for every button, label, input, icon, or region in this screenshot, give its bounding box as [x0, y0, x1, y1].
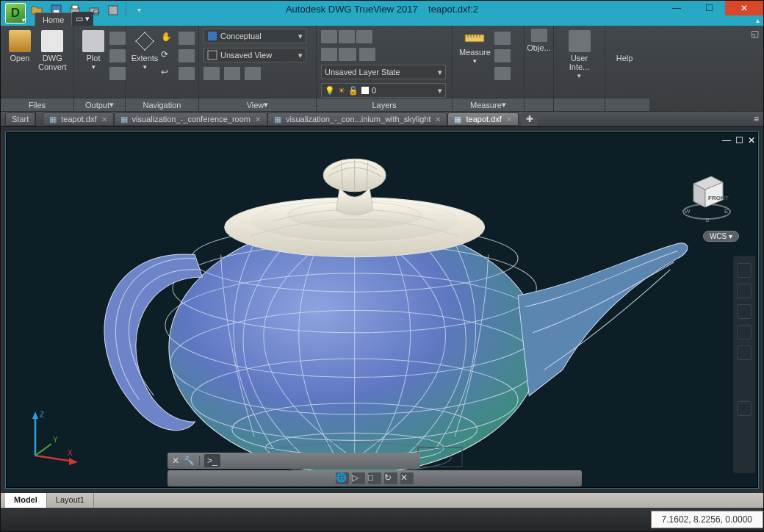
batch-plot-icon[interactable]: [109, 32, 126, 45]
navigation-panel-title: Navigation: [126, 98, 198, 111]
view-panel-title: View ▾: [199, 98, 316, 111]
minimize-button[interactable]: —: [660, 1, 693, 15]
svg-text:W: W: [685, 208, 691, 215]
current-layer-dropdown[interactable]: 💡☀🔓 0▾: [321, 83, 446, 98]
svg-rect-6: [109, 6, 118, 15]
svg-rect-3: [72, 5, 78, 9]
steering-wheel-icon[interactable]: [179, 67, 195, 80]
ribbon-minimize-icon[interactable]: ▴: [756, 16, 760, 24]
status-bar: 7.1602, 8.2256, 0.0000: [1, 508, 763, 531]
clear-icon[interactable]: ✕: [172, 456, 179, 466]
visual-style-dropdown[interactable]: Conceptual▾: [203, 29, 306, 43]
start-tab[interactable]: Start: [5, 112, 35, 126]
play-icon[interactable]: ▷: [352, 472, 365, 484]
doc-tab-active[interactable]: ▦teapot.dxf✕: [447, 112, 518, 126]
layer-isolate-icon[interactable]: [356, 30, 372, 43]
files-panel-title: Files: [1, 98, 73, 111]
doc-tab-2[interactable]: ▦visualization_-_conference_room✕: [114, 112, 267, 126]
qat-dropdown-icon[interactable]: ▾: [131, 2, 147, 17]
svg-marker-28: [69, 458, 78, 465]
navigation-bar: [733, 256, 755, 473]
document-tabs: Start ▦teapot.dxf✕ ▦visualization_-_conf…: [1, 111, 763, 127]
plot-button[interactable]: Plot▾: [79, 29, 108, 98]
orbit-tool-icon[interactable]: [737, 325, 752, 339]
viewport-minimize-icon[interactable]: —: [722, 135, 731, 145]
distance-icon[interactable]: [494, 32, 511, 45]
window-title: Autodesk DWG TrueView 2017 teapot.dxf:2: [286, 4, 478, 15]
showmotion-icon[interactable]: [737, 345, 752, 360]
plotter-manager-icon[interactable]: [109, 67, 126, 80]
extra-tab[interactable]: ▭ ▾: [72, 12, 93, 26]
layers-b-icon[interactable]: [340, 48, 356, 61]
layer-properties-icon[interactable]: [321, 30, 337, 43]
steering-wheel-icon[interactable]: [737, 263, 752, 278]
object-manager-icon[interactable]: [531, 29, 547, 42]
publish-icon[interactable]: [105, 2, 121, 17]
close-icon-2[interactable]: ✕: [400, 472, 414, 484]
viewport[interactable]: — ☐ ✕: [5, 132, 759, 489]
title-bar: D▾ ▾ Autodesk DWG TrueView 2017 teapot.d…: [1, 1, 763, 26]
viewport-close-icon[interactable]: ✕: [748, 135, 755, 145]
square-icon[interactable]: □: [368, 472, 381, 484]
extents-button[interactable]: Extents▾: [130, 29, 159, 98]
doc-tab-1[interactable]: ▦teapot.dxf✕: [43, 112, 113, 126]
wcs-badge[interactable]: WCS ▾: [703, 231, 739, 242]
viewport-area: — ☐ ✕: [1, 127, 763, 493]
zoom-window-icon[interactable]: [179, 32, 195, 45]
pan-icon[interactable]: ✋: [161, 32, 177, 45]
home-tab[interactable]: Home: [35, 12, 72, 26]
svg-rect-23: [418, 447, 462, 467]
svg-text:Y: Y: [53, 436, 58, 444]
layer-state-dropdown[interactable]: Unsaved Layer State▾: [321, 65, 446, 79]
svg-marker-25: [32, 411, 38, 419]
svg-text:S: S: [705, 217, 709, 223]
viewport-config-icon[interactable]: [224, 67, 240, 80]
view-manager-icon[interactable]: [203, 67, 220, 80]
layout1-tab[interactable]: Layout1: [47, 493, 94, 508]
list-icon[interactable]: [494, 67, 511, 80]
command-prompt-icon[interactable]: >_: [204, 454, 220, 467]
viewport-maximize-icon[interactable]: ☐: [735, 135, 743, 145]
world-icon[interactable]: 🌐: [336, 472, 349, 484]
zoom-tool-icon[interactable]: [737, 304, 752, 319]
svg-line-30: [35, 444, 51, 456]
model-status-bar: 🌐 ▷ □ ↻ ✕: [167, 470, 582, 486]
layers-c-icon[interactable]: [359, 48, 375, 61]
doc-tab-3[interactable]: ▦visualization_-_con...inium_with_skylig…: [267, 112, 447, 126]
named-view-dropdown[interactable]: Unsaved View▾: [203, 48, 306, 62]
layers-a-icon[interactable]: [321, 48, 337, 61]
user-interface-button[interactable]: User Inte...▾: [558, 29, 600, 98]
tab-overflow-icon[interactable]: ≡: [754, 114, 759, 124]
viewcube[interactable]: S W E FRONT: [677, 166, 736, 225]
navbar-settings-icon[interactable]: [737, 401, 752, 416]
pan-tool-icon[interactable]: [737, 284, 752, 298]
measure-panel-title: Measure ▾: [453, 98, 524, 111]
maximize-button[interactable]: ☐: [693, 1, 725, 15]
teapot-model[interactable]: [43, 147, 711, 474]
layer-off-icon[interactable]: [339, 30, 355, 43]
close-icon[interactable]: ✕: [101, 115, 107, 123]
svg-rect-8: [208, 51, 217, 60]
back-icon[interactable]: ↩: [161, 67, 177, 80]
dwg-convert-button[interactable]: DWG Convert: [36, 29, 69, 98]
refresh-icon[interactable]: ↻: [384, 472, 397, 484]
join-viewport-icon[interactable]: [245, 67, 261, 80]
dwg-convert-label: DWG Convert: [38, 54, 67, 71]
ucs-icon[interactable]: Z X Y: [22, 410, 81, 469]
model-tab[interactable]: Model: [5, 493, 47, 508]
page-setup-icon[interactable]: [109, 49, 126, 62]
command-bar[interactable]: ✕ 🔧 >_: [167, 453, 420, 469]
help-button[interactable]: Help: [610, 29, 639, 98]
new-tab-button[interactable]: ✚: [522, 112, 538, 126]
area-icon[interactable]: [494, 49, 511, 62]
svg-rect-7: [208, 32, 217, 40]
app-logo[interactable]: D▾: [5, 3, 26, 24]
measure-button[interactable]: Measure▾: [457, 29, 493, 98]
close-button[interactable]: ✕: [725, 1, 763, 15]
customize-icon[interactable]: 🔧: [184, 456, 195, 466]
open-button[interactable]: Open: [5, 29, 35, 98]
ribbon: Open DWG Convert Files Plot▾ Output ▾: [1, 26, 763, 111]
ribbon-expand-icon[interactable]: ◱: [751, 29, 759, 39]
orbit-icon[interactable]: ⟳: [161, 49, 177, 62]
zoom-previous-icon[interactable]: [179, 49, 195, 62]
